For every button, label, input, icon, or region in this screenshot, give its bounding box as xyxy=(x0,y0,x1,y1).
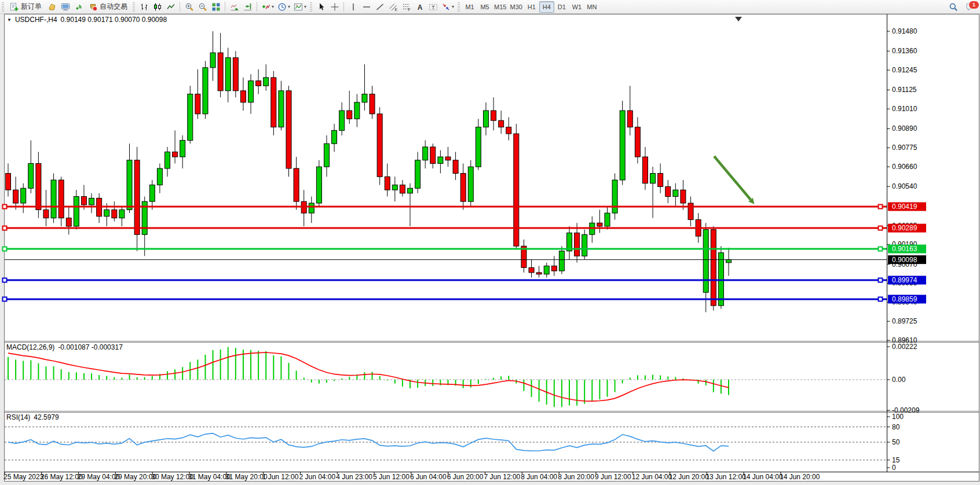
line-handle[interactable] xyxy=(879,247,883,251)
zoom-in-button[interactable] xyxy=(182,1,196,13)
autotrading-button[interactable]: 自动交易 xyxy=(85,1,131,13)
candle-up xyxy=(164,152,170,168)
candle-up xyxy=(28,163,34,188)
timeframe-h4[interactable]: H4 xyxy=(539,1,554,13)
tile-windows-button[interactable] xyxy=(209,1,222,13)
timeframe-m1[interactable]: M1 xyxy=(462,1,477,13)
zoom-out-button[interactable] xyxy=(196,1,209,13)
rsi-tick-label: 0 xyxy=(892,464,896,472)
chart-shift-button[interactable] xyxy=(241,1,254,13)
timeframe-w1[interactable]: W1 xyxy=(569,1,584,13)
title-dropdown-arrow[interactable]: ▼ xyxy=(7,17,12,23)
candle-down xyxy=(529,267,534,273)
candle-up xyxy=(203,68,208,114)
candle-up xyxy=(248,81,254,102)
candle-down xyxy=(453,160,458,174)
time-tick-label: 14 Jun 04:00 xyxy=(743,473,783,481)
time-tick-label: 25 May 2023 xyxy=(3,473,44,481)
vertical-line-icon xyxy=(349,2,358,12)
channel-button[interactable]: E xyxy=(386,1,400,13)
candle-up xyxy=(408,188,413,193)
chevron-down-icon[interactable]: ▾ xyxy=(452,4,454,9)
candle-down xyxy=(627,111,632,127)
time-tick-label: 1 Jun 12:00 xyxy=(262,473,299,481)
line-handle[interactable] xyxy=(879,297,883,301)
price-tick-label: 0.91010 xyxy=(892,105,917,113)
terminal-button[interactable] xyxy=(58,1,72,13)
line-handle[interactable] xyxy=(3,204,7,208)
arrows-button[interactable]: ▾ xyxy=(440,1,456,13)
line-handle[interactable] xyxy=(3,278,7,282)
cursor-button[interactable] xyxy=(315,1,328,13)
signals-icon xyxy=(74,2,83,12)
price-tag-label: 0.90419 xyxy=(892,203,917,211)
signals-button[interactable] xyxy=(72,1,85,13)
price-tick-label: 0.90775 xyxy=(892,144,917,152)
periods-button[interactable]: ▾ xyxy=(276,1,292,13)
crosshair-button[interactable] xyxy=(328,1,341,13)
new-order-button[interactable]: 新订单 xyxy=(6,1,45,13)
timeframe-m30[interactable]: M30 xyxy=(508,1,524,13)
chevron-down-icon[interactable]: ▾ xyxy=(272,4,274,9)
cursor-icon xyxy=(317,2,326,12)
search-button[interactable] xyxy=(946,1,960,13)
line-handle[interactable] xyxy=(879,204,883,208)
time-tick-label: 13 Jun 12:00 xyxy=(705,473,746,481)
line-handle[interactable] xyxy=(3,247,7,251)
chevron-down-icon[interactable]: ▾ xyxy=(288,4,290,9)
line-handle[interactable] xyxy=(3,297,7,301)
metaeditor-button[interactable] xyxy=(45,1,58,13)
candle-down xyxy=(6,174,11,190)
candle-up xyxy=(703,230,708,293)
line-handle[interactable] xyxy=(879,226,883,230)
candle-down xyxy=(635,127,640,157)
timeframe-d1[interactable]: D1 xyxy=(554,1,569,13)
price-tick-label: 0.91245 xyxy=(892,66,917,74)
new-order-button-label: 新订单 xyxy=(21,2,42,12)
bar-chart-button[interactable] xyxy=(137,1,151,13)
autotrading-icon xyxy=(89,2,98,12)
toolbar-right-group: 1 xyxy=(946,0,977,13)
candle-up xyxy=(612,180,617,213)
price-tag-label: 0.90098 xyxy=(892,256,917,264)
line-handle[interactable] xyxy=(3,226,7,230)
templates-button[interactable]: ▾ xyxy=(292,1,308,13)
auto-scroll-button[interactable] xyxy=(228,1,241,13)
candle-up xyxy=(392,185,397,190)
candle-up xyxy=(210,53,215,68)
horizontal-line-button[interactable] xyxy=(360,1,373,13)
timeframe-h1[interactable]: H1 xyxy=(524,1,539,13)
candle-up xyxy=(726,260,732,263)
rsi-value: 42.5979 xyxy=(34,413,58,421)
candlestick-chart-icon xyxy=(153,2,162,12)
chat-button[interactable]: 1 xyxy=(963,1,977,13)
candle-down xyxy=(597,223,602,226)
timeframe-m5[interactable]: M5 xyxy=(477,1,492,13)
candle-up xyxy=(104,210,109,216)
indicators-button[interactable]: ▾ xyxy=(259,1,276,13)
timeframe-mn[interactable]: MN xyxy=(584,1,599,13)
candle-up xyxy=(673,190,678,196)
candle-down xyxy=(499,120,504,127)
crosshair-icon xyxy=(330,2,339,12)
candle-up xyxy=(415,160,420,189)
vertical-line-button[interactable] xyxy=(346,1,360,13)
price-tick-label: 0.90660 xyxy=(892,163,917,171)
timeframe-m15[interactable]: M15 xyxy=(492,1,508,13)
timeframe-d1-label: D1 xyxy=(558,3,566,10)
fibonacci-button[interactable]: F xyxy=(400,1,413,13)
chevron-down-icon[interactable]: ▾ xyxy=(304,4,306,9)
timeframe-m30-label: M30 xyxy=(510,3,522,10)
line-chart-button[interactable] xyxy=(164,1,177,13)
time-tick-label: 29 May 20:00 xyxy=(114,473,156,481)
trendline-button[interactable] xyxy=(373,1,386,13)
candle-up xyxy=(127,160,132,210)
line-handle[interactable] xyxy=(879,278,883,282)
text-label-button[interactable]: T xyxy=(426,1,440,13)
svg-text:E: E xyxy=(394,7,397,11)
templates-icon xyxy=(294,2,303,12)
candlestick-chart-button[interactable] xyxy=(151,1,164,13)
time-tick-label: 6 Jun 04:00 xyxy=(410,473,447,481)
time-tick-label: 12 Jun 20:00 xyxy=(669,473,710,481)
text-button[interactable]: A xyxy=(413,1,426,13)
